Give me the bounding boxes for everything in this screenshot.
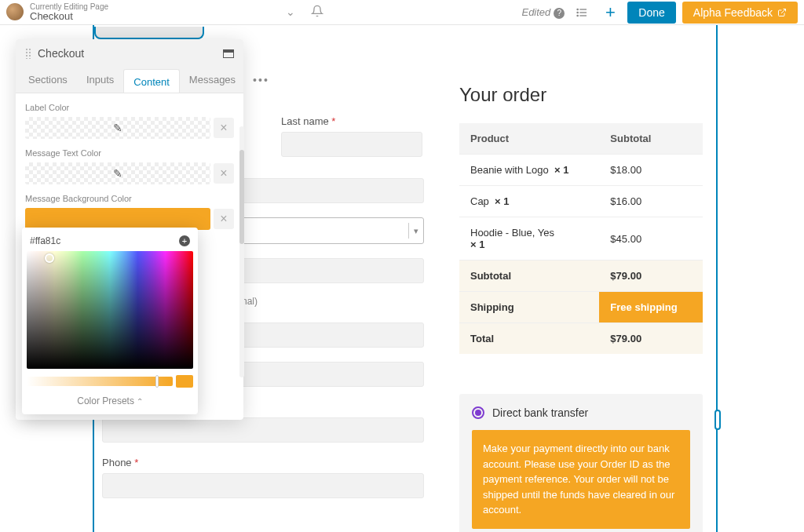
- topbar-left: Currently Editing Page Checkout ⌄: [6, 2, 521, 22]
- table-header-row: Product Subtotal: [459, 123, 703, 155]
- svg-point-4: [577, 12, 578, 13]
- shipping-row: Shipping Free shipping: [459, 292, 703, 323]
- hex-input[interactable]: [30, 235, 179, 246]
- tab-inputs[interactable]: Inputs: [77, 67, 123, 93]
- header-subtotal: Subtotal: [599, 123, 703, 155]
- phone-label: Phone *: [102, 457, 424, 468]
- phone-input[interactable]: [102, 473, 424, 498]
- svg-line-6: [781, 9, 786, 13]
- optional-hint: nal): [242, 296, 258, 307]
- top-bar: Currently Editing Page Checkout ⌄ Edited…: [0, 0, 804, 25]
- scrollbar-thumb[interactable]: [239, 150, 244, 244]
- label-color-label: Label Color: [25, 103, 234, 112]
- eyedropper-icon: ✎: [113, 167, 122, 180]
- topbar-right: Edited? + Done Alpha Feedback: [521, 2, 798, 24]
- total-row: Total $79.00: [459, 323, 703, 355]
- tab-content[interactable]: Content: [123, 69, 180, 93]
- outline-icon[interactable]: [571, 2, 593, 24]
- payment-box: Direct bank transfer Make your payment d…: [459, 394, 703, 532]
- hue-handle[interactable]: [155, 375, 159, 388]
- bell-icon[interactable]: [311, 5, 323, 20]
- header-product: Product: [459, 123, 599, 155]
- app-logo-icon: [6, 3, 24, 20]
- feedback-label: Alpha Feedback: [693, 6, 773, 19]
- clear-msg-bg-color[interactable]: ×: [214, 209, 234, 229]
- resize-handle[interactable]: [714, 410, 721, 430]
- msg-bg-color-label: Message Background Color: [25, 194, 234, 203]
- tab-more-icon[interactable]: •••: [245, 67, 277, 93]
- add-icon[interactable]: +: [599, 2, 621, 24]
- svg-point-5: [577, 15, 578, 16]
- color-area[interactable]: [27, 251, 193, 369]
- svg-point-3: [577, 9, 578, 9]
- payment-method-radio[interactable]: Direct bank transfer: [472, 406, 690, 419]
- last-name-label: Last name *: [281, 115, 422, 127]
- payment-message: Make your payment directly into our bank…: [472, 430, 690, 529]
- label-color-swatch[interactable]: ✎: [25, 117, 210, 139]
- page-title: Checkout: [30, 11, 108, 22]
- drag-handle-icon[interactable]: [25, 48, 31, 59]
- color-picker: + Color Presets: [22, 228, 198, 414]
- color-cursor[interactable]: [45, 253, 54, 263]
- hue-slider[interactable]: [27, 377, 173, 386]
- clear-msg-text-color[interactable]: ×: [214, 163, 234, 184]
- table-row: Cap × 1 $16.00: [459, 186, 703, 217]
- color-presets-toggle[interactable]: Color Presets: [27, 388, 193, 410]
- subtotal-row: Subtotal $79.00: [459, 261, 703, 292]
- msg-text-color-label: Message Text Color: [25, 148, 234, 158]
- order-title: Your order: [459, 84, 703, 106]
- order-summary: Your order Product Subtotal Beanie with …: [459, 84, 703, 354]
- edited-status: Edited?: [521, 5, 565, 19]
- window-icon[interactable]: [223, 49, 234, 58]
- external-link-icon: [777, 8, 787, 17]
- clear-label-color[interactable]: ×: [214, 118, 234, 138]
- msg-bg-color-swatch[interactable]: [25, 208, 210, 230]
- color-preview: [176, 375, 193, 388]
- table-row: Hoodie - Blue, Yes× 1 $45.00: [459, 217, 703, 261]
- eyedropper-icon: ✎: [113, 122, 122, 134]
- order-table: Product Subtotal Beanie with Logo × 1 $1…: [459, 123, 703, 354]
- msg-text-color-swatch[interactable]: ✎: [25, 162, 210, 184]
- add-preset-icon[interactable]: +: [179, 235, 190, 246]
- done-button[interactable]: Done: [627, 2, 675, 24]
- last-name-input[interactable]: [281, 132, 422, 157]
- tab-sections[interactable]: Sections: [19, 67, 77, 93]
- payment-method-label: Direct bank transfer: [492, 406, 588, 419]
- table-row: Beanie with Logo × 1 $18.00: [459, 155, 703, 186]
- panel-tabs: Sections Inputs Content Messages •••: [16, 67, 243, 93]
- page-meta: Currently Editing Page Checkout: [30, 2, 108, 22]
- help-icon[interactable]: ?: [554, 8, 565, 19]
- chevron-down-icon[interactable]: ⌄: [286, 5, 295, 18]
- tab-messages[interactable]: Messages: [180, 67, 245, 93]
- radio-icon: [472, 406, 484, 419]
- panel-title: Checkout: [38, 47, 223, 60]
- postcode-input[interactable]: [102, 417, 424, 443]
- panel-header[interactable]: Checkout: [16, 39, 243, 67]
- guide-right: [716, 25, 718, 532]
- feedback-button[interactable]: Alpha Feedback: [682, 2, 798, 24]
